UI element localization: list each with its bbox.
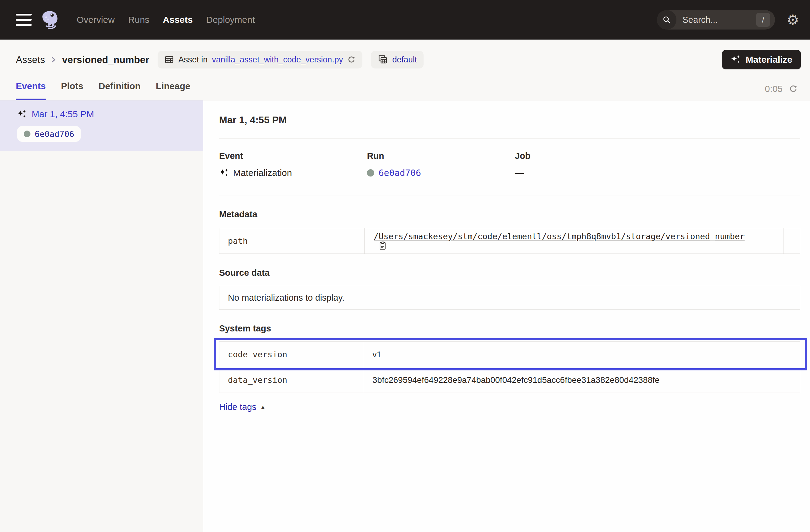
hamburger-menu-icon[interactable] xyxy=(16,14,32,26)
primary-nav: Overview Runs Assets Deployment xyxy=(77,15,255,25)
table-icon xyxy=(164,55,174,65)
settings-gear-icon[interactable]: ⚙ xyxy=(787,13,799,27)
hide-tags-link[interactable]: Hide tags ▲ xyxy=(219,402,266,412)
reload-icon[interactable] xyxy=(347,55,356,64)
event-list-item-selected[interactable]: Mar 1, 4:55 PM 6e0ad706 xyxy=(0,100,203,151)
auto-refresh-timer: 0:05 xyxy=(765,84,798,100)
search-shortcut-key: / xyxy=(756,13,770,27)
asset-definition-badge: Asset in vanilla_asset_with_code_version… xyxy=(158,51,362,68)
event-summary-columns: Event Materialization Run 6e0ad706 xyxy=(219,151,800,178)
top-navigation-bar: Overview Runs Assets Deployment Search..… xyxy=(0,0,810,39)
search-input[interactable]: Search... / xyxy=(657,10,775,30)
nav-item-overview[interactable]: Overview xyxy=(77,15,115,25)
caret-up-icon: ▲ xyxy=(260,404,266,410)
dagster-logo-icon[interactable] xyxy=(39,10,60,30)
event-type-value: Materialization xyxy=(233,168,292,178)
materialize-button-label: Materialize xyxy=(746,54,792,65)
job-column: Job — xyxy=(515,151,663,178)
page-title: versioned_number xyxy=(62,54,149,65)
divider xyxy=(219,195,800,195)
tab-events[interactable]: Events xyxy=(16,81,46,100)
copy-clipboard-icon[interactable] xyxy=(378,241,387,250)
hide-tags-label: Hide tags xyxy=(219,402,257,412)
asset-page-header: Assets versioned_number Asset in vanilla… xyxy=(0,39,810,100)
event-run-badge[interactable]: 6e0ad706 xyxy=(17,126,81,142)
run-id: 6e0ad706 xyxy=(35,129,74,139)
nav-item-deployment[interactable]: Deployment xyxy=(206,15,255,25)
table-row-data-version: data_version 3bfc269594ef649228e9a74bab0… xyxy=(220,367,800,393)
tag-value: 3bfc269594ef649228e9a74bab00f042efc91d5a… xyxy=(363,367,800,393)
metadata-heading: Metadata xyxy=(219,209,800,220)
asset-file-link[interactable]: vanilla_asset_with_code_version.py xyxy=(212,55,343,65)
metadata-key: path xyxy=(220,228,364,254)
tab-lineage[interactable]: Lineage xyxy=(156,81,190,100)
search-icon xyxy=(657,10,677,30)
metadata-path-link[interactable]: /Users/smackesey/stm/code/elementl/oss/t… xyxy=(374,231,745,241)
job-column-header: Job xyxy=(515,151,663,161)
system-tags-heading: System tags xyxy=(219,323,800,334)
source-data-heading: Source data xyxy=(219,268,800,278)
system-tags-table: code_version v1 data_version 3bfc269594e… xyxy=(219,341,800,393)
divider xyxy=(219,139,800,139)
event-column-header: Event xyxy=(219,151,367,161)
run-status-dot xyxy=(367,169,374,177)
empty-message: No materializations to display. xyxy=(228,293,344,303)
event-column: Event Materialization xyxy=(219,151,367,178)
event-detail-panel: Mar 1, 4:55 PM Event Materialization Run xyxy=(203,100,810,532)
event-timestamp-link[interactable]: Mar 1, 4:55 PM xyxy=(32,109,94,119)
table-row-code-version: code_version v1 xyxy=(220,342,800,367)
refresh-icon[interactable] xyxy=(789,84,798,94)
materialize-button[interactable]: Materialize xyxy=(722,50,801,69)
run-column-header: Run xyxy=(367,151,515,161)
tag-key: data_version xyxy=(220,367,363,393)
table-gutter xyxy=(784,228,800,254)
table-row: path /Users/smackesey/stm/code/elementl/… xyxy=(220,228,800,254)
code-location-icon xyxy=(378,54,388,65)
source-data-empty-state: No materializations to display. xyxy=(219,286,800,309)
asset-tabs: Events Plots Definition Lineage 0:05 xyxy=(0,69,810,100)
breadcrumb-chevron-icon xyxy=(50,55,56,64)
search-placeholder: Search... xyxy=(682,15,756,25)
tag-value: v1 xyxy=(363,342,800,367)
sparkle-icon xyxy=(731,54,741,65)
metadata-table: path /Users/smackesey/stm/code/elementl/… xyxy=(219,228,800,254)
nav-item-runs[interactable]: Runs xyxy=(128,15,149,25)
tab-definition[interactable]: Definition xyxy=(99,81,141,100)
run-column: Run 6e0ad706 xyxy=(367,151,515,178)
materialization-sparkle-icon xyxy=(17,109,27,119)
nav-item-assets[interactable]: Assets xyxy=(163,15,193,25)
code-location-link[interactable]: default xyxy=(392,55,417,65)
refresh-countdown: 0:05 xyxy=(765,84,783,94)
breadcrumb: Assets versioned_number Asset in vanilla… xyxy=(0,39,810,69)
materialization-sparkle-icon xyxy=(219,168,229,178)
run-id-link[interactable]: 6e0ad706 xyxy=(378,168,421,178)
run-status-dot xyxy=(24,131,30,137)
asset-in-label: Asset in xyxy=(178,55,208,65)
tab-plots[interactable]: Plots xyxy=(61,81,83,100)
tag-key: code_version xyxy=(220,342,363,367)
event-detail-title: Mar 1, 4:55 PM xyxy=(219,114,800,126)
code-location-badge: default xyxy=(371,51,424,68)
breadcrumb-assets-link[interactable]: Assets xyxy=(16,54,45,65)
system-tags-table-wrap: code_version v1 data_version 3bfc269594e… xyxy=(219,341,800,393)
job-value: — xyxy=(515,168,524,178)
event-list-sidebar: Mar 1, 4:55 PM 6e0ad706 xyxy=(0,100,203,532)
